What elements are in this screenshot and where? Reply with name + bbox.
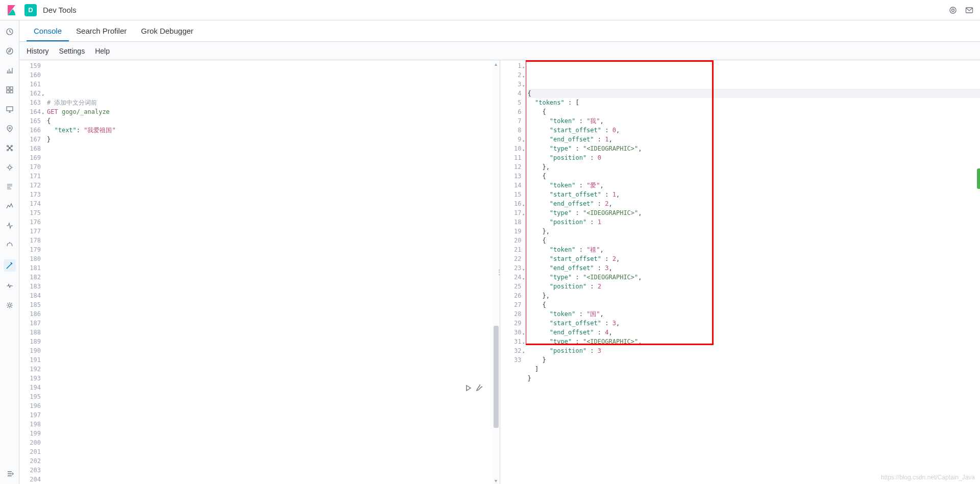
svg-rect-5 xyxy=(7,87,9,89)
kibana-logo-icon[interactable] xyxy=(6,4,18,16)
tabs: Console Search Profiler Grok Debugger xyxy=(19,20,980,42)
response-gutter: 1▾2▾3▾456789▾10▾111213141516▾17▾18192021… xyxy=(500,60,526,484)
discover-icon[interactable] xyxy=(5,46,15,56)
wrench-icon[interactable] xyxy=(475,384,482,394)
menu-help[interactable]: Help xyxy=(95,47,110,55)
page-scroll-indicator xyxy=(977,168,980,189)
svg-point-4 xyxy=(7,48,13,54)
menu-history[interactable]: History xyxy=(27,47,49,55)
tab-grok-debugger[interactable]: Grok Debugger xyxy=(134,21,201,41)
svg-rect-7 xyxy=(7,90,9,93)
scroll-up-icon[interactable]: ▴ xyxy=(493,60,500,67)
management-icon[interactable] xyxy=(5,300,15,310)
svg-point-16 xyxy=(8,166,11,169)
collapse-icon[interactable] xyxy=(5,469,15,479)
side-nav xyxy=(0,20,19,484)
scroll-down-icon[interactable]: ▾ xyxy=(493,477,500,484)
newsfeed-icon[interactable] xyxy=(948,6,958,15)
recent-icon[interactable] xyxy=(5,27,15,37)
logs-icon[interactable] xyxy=(5,182,15,192)
console-menu: History Settings Help xyxy=(19,42,980,60)
metrics-icon[interactable] xyxy=(5,162,15,173)
monitoring-icon[interactable] xyxy=(5,281,15,291)
svg-rect-8 xyxy=(10,90,13,93)
play-icon[interactable] xyxy=(465,384,472,394)
dashboard-icon[interactable] xyxy=(5,85,15,95)
svg-rect-6 xyxy=(10,87,13,89)
app-badge: D xyxy=(24,4,37,16)
tab-search-profiler[interactable]: Search Profiler xyxy=(69,21,134,41)
editor-panes: 159160161162▾163164▾16516616716816917017… xyxy=(19,60,980,484)
request-editor[interactable]: # 添加中文分词前GET gogo/_analyze{ "text": "我爱祖… xyxy=(45,60,493,484)
ml-icon[interactable] xyxy=(5,143,15,153)
svg-point-0 xyxy=(950,7,956,13)
request-pane[interactable]: 159160161162▾163164▾16516616716816917017… xyxy=(19,60,500,484)
scroll-thumb[interactable] xyxy=(494,326,499,428)
canvas-icon[interactable] xyxy=(5,104,15,114)
visualize-icon[interactable] xyxy=(5,65,15,76)
mail-icon[interactable] xyxy=(965,6,974,15)
apm-icon[interactable] xyxy=(5,201,15,211)
menu-settings[interactable]: Settings xyxy=(59,47,85,55)
response-viewer: { "tokens" : [ { "token" : "我", "start_o… xyxy=(526,60,981,484)
svg-rect-9 xyxy=(7,107,13,111)
svg-point-17 xyxy=(8,304,11,307)
response-pane[interactable]: ⋮ 1▾2▾3▾456789▾10▾111213141516▾17▾181920… xyxy=(500,60,981,484)
topbar: D Dev Tools xyxy=(0,0,980,20)
devtools-icon[interactable] xyxy=(4,259,16,272)
svg-point-1 xyxy=(952,9,954,11)
tab-console[interactable]: Console xyxy=(27,21,69,41)
maps-icon[interactable] xyxy=(5,124,15,134)
page-title: Dev Tools xyxy=(43,6,77,14)
uptime-icon[interactable] xyxy=(5,221,15,231)
request-gutter: 159160161162▾163164▾16516616716816917017… xyxy=(19,60,45,484)
siem-icon[interactable] xyxy=(5,240,15,250)
svg-point-10 xyxy=(9,128,10,129)
watermark: https://blog.csdn.net/Captain_Java xyxy=(881,474,975,481)
